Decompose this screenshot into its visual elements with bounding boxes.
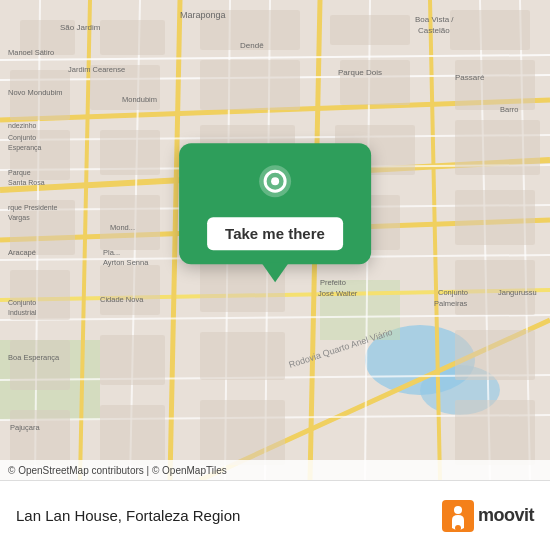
- svg-text:Parque Dois: Parque Dois: [338, 68, 382, 77]
- svg-text:Aracapé: Aracapé: [8, 248, 36, 257]
- svg-text:Industrial: Industrial: [8, 309, 37, 316]
- location-popup: Take me there: [179, 143, 371, 264]
- svg-rect-34: [450, 10, 530, 50]
- svg-text:Mondubim: Mondubim: [122, 95, 157, 104]
- svg-text:Palmeiras: Palmeiras: [434, 299, 468, 308]
- svg-text:São Jardim: São Jardim: [60, 23, 101, 32]
- svg-rect-37: [200, 60, 300, 110]
- svg-rect-49: [455, 190, 535, 245]
- svg-point-101: [455, 525, 461, 531]
- svg-point-100: [454, 506, 462, 514]
- svg-rect-44: [455, 120, 540, 175]
- svg-text:Conjunto: Conjunto: [438, 288, 468, 297]
- svg-text:Vargas: Vargas: [8, 214, 30, 222]
- svg-text:Conjunto: Conjunto: [8, 299, 36, 307]
- svg-text:rque Presidente: rque Presidente: [8, 204, 58, 212]
- bottom-bar: Lan Lan House, Fortaleza Region moovit: [0, 480, 550, 550]
- svg-text:Pajuçara: Pajuçara: [10, 423, 40, 432]
- moovit-icon: [442, 500, 474, 532]
- svg-text:ndezinho: ndezinho: [8, 122, 37, 129]
- svg-text:Novo Mondubim: Novo Mondubim: [8, 88, 63, 97]
- svg-rect-55: [100, 335, 165, 385]
- svg-text:Parque: Parque: [8, 169, 31, 177]
- svg-text:Boa Esperança: Boa Esperança: [8, 353, 60, 362]
- svg-rect-61: [455, 400, 535, 465]
- svg-rect-38: [340, 60, 410, 105]
- attribution-text: © OpenStreetMap contributors | © OpenMap…: [8, 465, 227, 476]
- place-name-label: Lan Lan House, Fortaleza Region: [16, 507, 240, 524]
- svg-text:Ayrton Senna: Ayrton Senna: [103, 258, 149, 267]
- svg-rect-31: [100, 20, 165, 55]
- svg-rect-60: [200, 400, 285, 465]
- svg-text:Santa Rosa: Santa Rosa: [8, 179, 45, 186]
- svg-text:Boa Vista /: Boa Vista /: [415, 15, 454, 24]
- svg-text:Manoel Sátiro: Manoel Sátiro: [8, 48, 54, 57]
- svg-rect-54: [10, 340, 70, 390]
- svg-text:Jangurussu: Jangurussu: [498, 288, 537, 297]
- svg-rect-56: [200, 332, 285, 380]
- svg-text:Jardim Cearense: Jardim Cearense: [68, 65, 125, 74]
- svg-rect-59: [100, 405, 165, 465]
- svg-text:Passaré: Passaré: [455, 73, 485, 82]
- svg-rect-39: [455, 60, 535, 110]
- svg-rect-57: [455, 330, 535, 380]
- map-attribution: © OpenStreetMap contributors | © OpenMap…: [0, 460, 550, 480]
- map-view[interactable]: Rodovia Quarto Anel Viário Maraponga São…: [0, 0, 550, 480]
- location-pin-icon: [253, 163, 297, 207]
- svg-text:Barro: Barro: [500, 105, 518, 114]
- svg-text:Prefeito: Prefeito: [320, 278, 346, 287]
- moovit-text-label: moovit: [478, 505, 534, 526]
- svg-text:Castelão: Castelão: [418, 26, 450, 35]
- svg-text:Mond...: Mond...: [110, 223, 135, 232]
- svg-text:Esperança: Esperança: [8, 144, 42, 152]
- svg-point-98: [271, 177, 279, 185]
- take-me-there-button[interactable]: Take me there: [207, 217, 343, 250]
- svg-text:Cidade Nova: Cidade Nova: [100, 295, 144, 304]
- moovit-logo: moovit: [442, 500, 534, 532]
- svg-rect-58: [10, 410, 70, 465]
- svg-rect-51: [100, 265, 160, 315]
- svg-text:José Walter: José Walter: [318, 289, 358, 298]
- svg-rect-33: [330, 15, 410, 45]
- svg-text:Maraponga: Maraponga: [180, 10, 226, 20]
- svg-text:Dendê: Dendê: [240, 41, 264, 50]
- svg-rect-41: [100, 130, 160, 175]
- svg-text:Conjunto: Conjunto: [8, 134, 36, 142]
- svg-text:Pla...: Pla...: [103, 248, 120, 257]
